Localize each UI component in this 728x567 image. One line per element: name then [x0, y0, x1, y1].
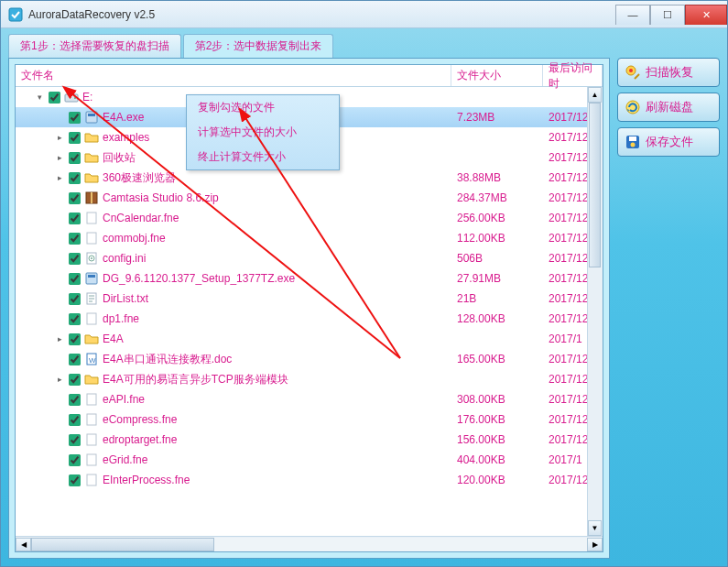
- row-checkbox[interactable]: [69, 414, 81, 426]
- file-row[interactable]: ▸E4A可用的易语言异步TCP服务端模块2017/12: [16, 369, 603, 389]
- file-row[interactable]: EInterProcess.fne120.00KB2017/12: [16, 470, 603, 490]
- scroll-right-button[interactable]: ▶: [587, 538, 603, 551]
- file-name: eAPI.fne: [103, 393, 451, 406]
- file-row[interactable]: dp1.fne128.00KB2017/12: [16, 309, 603, 329]
- file-size: 308.00KB: [451, 393, 543, 406]
- file-row[interactable]: CnCalendar.fne256.00KB2017/12: [16, 208, 603, 228]
- vscroll-track[interactable]: [588, 103, 603, 520]
- save-file-button[interactable]: 保存文件: [617, 127, 720, 157]
- folder-icon: [84, 130, 99, 145]
- col-date[interactable]: 最后访问时: [543, 65, 603, 86]
- hscroll-thumb[interactable]: [31, 538, 214, 551]
- file-row[interactable]: eAPI.fne308.00KB2017/12: [16, 389, 603, 409]
- row-checkbox[interactable]: [69, 434, 81, 446]
- row-checkbox[interactable]: [69, 253, 81, 265]
- svg-rect-8: [87, 233, 96, 244]
- scroll-up-button[interactable]: ▲: [588, 87, 602, 103]
- menu-stop-calc[interactable]: 终止计算文件大小: [187, 145, 339, 169]
- file-row[interactable]: config.ini506B2017/12: [16, 248, 603, 268]
- row-checkbox[interactable]: [69, 454, 81, 466]
- scan-label: 扫描恢复: [646, 64, 693, 81]
- scroll-left-button[interactable]: ◀: [16, 538, 31, 551]
- horizontal-scrollbar[interactable]: ◀ ▶: [16, 536, 603, 551]
- menu-calc-size[interactable]: 计算选中文件的大小: [187, 120, 339, 145]
- svg-point-2: [74, 97, 76, 99]
- vscroll-thumb[interactable]: [589, 103, 601, 267]
- expand-toggle[interactable]: ▸: [54, 334, 65, 343]
- svg-point-34: [631, 143, 636, 147]
- file-row[interactable]: commobj.fne112.00KB2017/12: [16, 228, 603, 248]
- row-checkbox[interactable]: [69, 233, 81, 245]
- scroll-down-button[interactable]: ▼: [588, 520, 602, 536]
- svg-line-29: [635, 74, 639, 79]
- drive-icon: [64, 90, 79, 104]
- panel-wrap: 文件名 文件大小 最后访问时 ▾E:E4A.exe7.23MB2017/12▸e…: [8, 58, 610, 559]
- svg-point-30: [629, 69, 633, 72]
- file-panel: 文件名 文件大小 最后访问时 ▾E:E4A.exe7.23MB2017/12▸e…: [15, 64, 603, 552]
- file-icon: [84, 231, 99, 245]
- row-checkbox[interactable]: [69, 213, 81, 224]
- hscroll-track[interactable]: [31, 538, 587, 551]
- menu-copy-checked[interactable]: 复制勾选的文件: [187, 95, 339, 120]
- row-checkbox[interactable]: [69, 132, 81, 144]
- svg-rect-6: [91, 192, 92, 203]
- minimize-button[interactable]: —: [615, 5, 650, 25]
- maximize-button[interactable]: ☐: [650, 5, 685, 25]
- row-checkbox[interactable]: [69, 192, 81, 204]
- file-row[interactable]: eCompress.fne176.00KB2017/12: [16, 409, 603, 430]
- svg-rect-18: [87, 313, 96, 324]
- expand-toggle[interactable]: ▸: [54, 153, 65, 162]
- file-name: dp1.fne: [103, 312, 451, 325]
- row-checkbox[interactable]: [69, 313, 81, 325]
- file-row[interactable]: WE4A串口通讯连接教程.doc165.00KB2017/12: [16, 349, 603, 369]
- file-name: commobj.fne: [103, 232, 451, 245]
- scan-recover-button[interactable]: 扫描恢复: [617, 58, 720, 87]
- row-checkbox[interactable]: [69, 152, 81, 164]
- zip-icon: [84, 191, 99, 205]
- expand-toggle[interactable]: ▸: [54, 375, 65, 384]
- svg-rect-3: [86, 112, 97, 123]
- row-checkbox[interactable]: [69, 374, 81, 386]
- svg-rect-21: [87, 394, 96, 405]
- refresh-label: 刷新磁盘: [646, 99, 693, 115]
- file-row[interactable]: ▸360极速浏览器38.88MB2017/12: [16, 168, 603, 188]
- file-icon: [84, 392, 99, 407]
- expand-toggle[interactable]: ▾: [34, 93, 45, 102]
- file-size: 128.00KB: [451, 312, 543, 325]
- row-checkbox[interactable]: [69, 394, 81, 406]
- tabs: 第1步：选择需要恢复的盘扫描 第2步：选中数据复制出来: [8, 34, 610, 58]
- svg-rect-0: [9, 8, 22, 21]
- row-checkbox[interactable]: [69, 273, 81, 285]
- folder-icon: [84, 332, 99, 346]
- tab-step1[interactable]: 第1步：选择需要恢复的盘扫描: [8, 34, 181, 58]
- expand-toggle[interactable]: ▸: [54, 133, 65, 142]
- row-checkbox[interactable]: [69, 112, 81, 124]
- file-size: 176.00KB: [451, 413, 543, 426]
- ini-icon: [84, 251, 99, 266]
- file-row[interactable]: Camtasia Studio 8.6.zip284.37MB2017/12: [16, 188, 603, 208]
- row-checkbox[interactable]: [49, 92, 60, 104]
- close-button[interactable]: ✕: [685, 5, 727, 25]
- file-row[interactable]: eGrid.fne404.00KB2017/1: [16, 450, 603, 470]
- row-checkbox[interactable]: [69, 333, 81, 345]
- row-checkbox[interactable]: [69, 172, 81, 184]
- file-size: 404.00KB: [451, 453, 543, 466]
- file-row[interactable]: DirList.txt21B2017/12: [16, 289, 603, 309]
- col-name[interactable]: 文件名: [16, 65, 451, 86]
- tab-step2[interactable]: 第2步：选中数据复制出来: [183, 34, 334, 58]
- row-checkbox[interactable]: [69, 293, 81, 305]
- file-name: eCompress.fne: [103, 413, 451, 426]
- file-row[interactable]: edroptarget.fne156.00KB2017/12: [16, 430, 603, 450]
- row-checkbox[interactable]: [69, 354, 81, 365]
- file-row[interactable]: DG_9.6.1120.1377_Setup_1377TZ.exe27.91MB…: [16, 268, 603, 289]
- vertical-scrollbar[interactable]: ▲ ▼: [587, 87, 603, 536]
- file-row[interactable]: ▸E4A2017/1: [16, 329, 603, 349]
- col-size[interactable]: 文件大小: [451, 65, 543, 86]
- right-pane: 扫描恢复 刷新磁盘 保存文件: [617, 34, 720, 559]
- expand-toggle[interactable]: ▸: [54, 173, 65, 182]
- titlebar[interactable]: AuroraDataRecovery v2.5 — ☐ ✕: [1, 1, 727, 28]
- file-name: E4A: [103, 333, 451, 345]
- file-size: 27.91MB: [451, 272, 543, 285]
- row-checkbox[interactable]: [69, 474, 81, 486]
- refresh-disk-button[interactable]: 刷新磁盘: [617, 93, 720, 122]
